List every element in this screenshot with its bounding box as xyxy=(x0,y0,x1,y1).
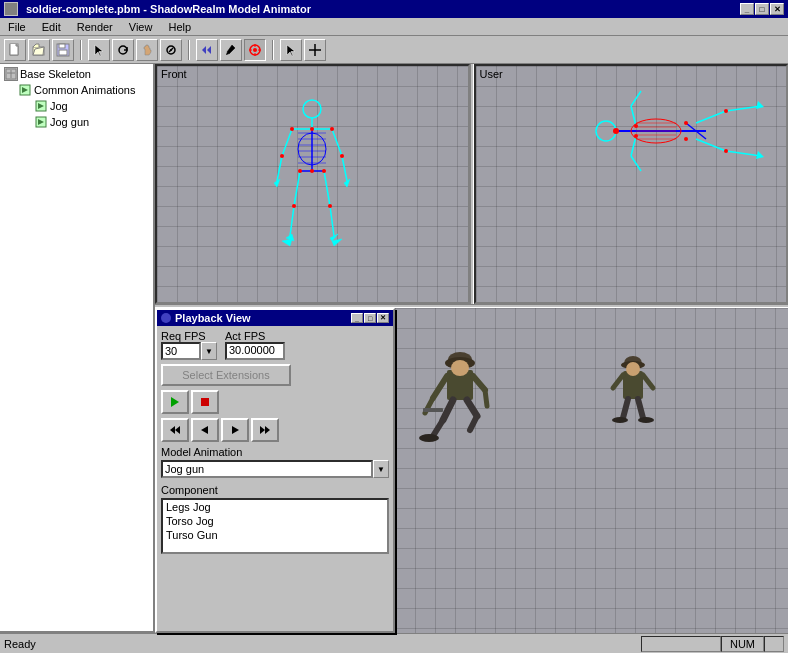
svg-line-109 xyxy=(623,399,628,418)
new-button[interactable] xyxy=(4,39,26,61)
hand-tool[interactable] xyxy=(136,39,158,61)
req-fps-arrow[interactable]: ▼ xyxy=(201,342,217,360)
title-bar: soldier-complete.pbm - ShadowRealm Model… xyxy=(0,0,788,18)
target-tool[interactable] xyxy=(244,39,266,61)
svg-point-83 xyxy=(613,128,619,134)
svg-line-74 xyxy=(726,151,761,156)
status-box-1 xyxy=(641,636,721,652)
toolbar xyxy=(0,36,788,64)
req-fps-value[interactable]: 30 xyxy=(161,342,201,360)
svg-line-110 xyxy=(638,399,643,418)
frame-prev-tool[interactable] xyxy=(196,39,218,61)
transport-row xyxy=(161,390,389,414)
menu-file[interactable]: File xyxy=(4,21,30,33)
svg-line-33 xyxy=(277,156,282,181)
svg-line-101 xyxy=(470,416,477,430)
component-legs-jog[interactable]: Legs Jog xyxy=(163,500,387,514)
paint-tool[interactable] xyxy=(220,39,242,61)
crosshair-tool[interactable] xyxy=(304,39,326,61)
playback-title-bar: Playback View _ □ ✕ xyxy=(157,310,393,326)
select-extensions-button[interactable]: Select Extensions xyxy=(161,364,291,386)
tree-item-jog-gun[interactable]: Jog gun xyxy=(2,114,151,130)
svg-point-59 xyxy=(310,169,314,173)
skeleton-front-figure xyxy=(272,91,352,261)
svg-line-73 xyxy=(696,139,726,151)
act-fps-label: Act FPS xyxy=(225,330,285,342)
tree-item-base-skeleton[interactable]: Base Skeleton xyxy=(2,66,151,82)
maximize-button[interactable]: □ xyxy=(755,3,769,15)
window-title: soldier-complete.pbm - ShadowRealm Model… xyxy=(26,3,311,15)
act-fps-value[interactable]: 30.00000 xyxy=(225,342,285,360)
anim-icon-2 xyxy=(34,99,48,113)
toolbar-sep-2 xyxy=(188,40,190,60)
svg-marker-76 xyxy=(756,151,764,159)
user-viewport: User xyxy=(474,64,789,304)
playback-minimize-button[interactable]: _ xyxy=(351,313,363,323)
title-bar-buttons: _ □ ✕ xyxy=(740,3,784,15)
playback-close-button[interactable]: ✕ xyxy=(377,313,389,323)
tree-label-jog-gun: Jog gun xyxy=(50,116,89,128)
svg-marker-46 xyxy=(332,239,342,246)
animation-arrow[interactable]: ▼ xyxy=(373,460,389,478)
magnet-tool[interactable] xyxy=(160,39,182,61)
open-button[interactable] xyxy=(28,39,50,61)
svg-line-93 xyxy=(433,376,447,398)
tree-item-jog[interactable]: Jog xyxy=(2,98,151,114)
close-button[interactable]: ✕ xyxy=(770,3,784,15)
svg-marker-121 xyxy=(260,426,265,434)
rotate-tool[interactable] xyxy=(112,39,134,61)
svg-rect-103 xyxy=(423,408,443,412)
svg-point-89 xyxy=(724,149,728,153)
playback-maximize-button[interactable]: □ xyxy=(364,313,376,323)
svg-line-67 xyxy=(631,106,636,126)
svg-point-60 xyxy=(298,169,302,173)
svg-point-86 xyxy=(684,121,688,125)
svg-point-85 xyxy=(634,134,638,138)
tree-panel: Base Skeleton Common Animations Jog Jog … xyxy=(0,64,155,633)
svg-marker-75 xyxy=(756,101,764,109)
front-viewport-label: Front xyxy=(161,68,187,80)
nav-row xyxy=(161,418,389,442)
svg-marker-120 xyxy=(265,426,270,434)
minimize-button[interactable]: _ xyxy=(740,3,754,15)
component-label: Component xyxy=(161,484,389,496)
svg-marker-114 xyxy=(171,397,179,407)
svg-point-61 xyxy=(322,169,326,173)
save-button[interactable] xyxy=(52,39,74,61)
menu-help[interactable]: Help xyxy=(164,21,195,33)
anim-icon-1 xyxy=(18,83,32,97)
svg-line-40 xyxy=(290,206,294,236)
svg-point-87 xyxy=(684,137,688,141)
svg-point-8 xyxy=(170,49,172,51)
prev-button[interactable] xyxy=(191,418,219,442)
menu-edit[interactable]: Edit xyxy=(38,21,65,33)
component-torso-jog[interactable]: Torso Jog xyxy=(163,514,387,528)
menu-view[interactable]: View xyxy=(125,21,157,33)
svg-point-84 xyxy=(634,124,638,128)
menu-bar: File Edit Render View Help xyxy=(0,18,788,36)
svg-line-96 xyxy=(485,390,487,406)
play-button[interactable] xyxy=(161,390,189,414)
prev-prev-button[interactable] xyxy=(161,418,189,442)
req-fps-group: Req FPS 30 ▼ xyxy=(161,330,217,360)
arrow2-tool[interactable] xyxy=(280,39,302,61)
status-box-num: NUM xyxy=(721,636,764,652)
component-turso-gun[interactable]: Turso Gun xyxy=(163,528,387,542)
svg-marker-42 xyxy=(282,239,292,246)
stop-button[interactable] xyxy=(191,390,219,414)
status-right: NUM xyxy=(641,636,784,652)
tree-item-common-animations[interactable]: Common Animations xyxy=(2,82,151,98)
animation-value[interactable]: Jog gun xyxy=(161,460,373,478)
req-fps-label: Req FPS xyxy=(161,330,217,342)
select-tool[interactable] xyxy=(88,39,110,61)
svg-line-39 xyxy=(294,171,300,206)
next-next-button[interactable] xyxy=(251,418,279,442)
menu-render[interactable]: Render xyxy=(73,21,117,33)
next-button[interactable] xyxy=(221,418,249,442)
app-icon xyxy=(4,2,18,16)
svg-marker-10 xyxy=(207,46,211,54)
playback-title-label: Playback View xyxy=(175,312,251,324)
svg-point-111 xyxy=(612,417,628,423)
skeleton-user-figure xyxy=(586,81,776,261)
toolbar-sep-1 xyxy=(80,40,82,60)
